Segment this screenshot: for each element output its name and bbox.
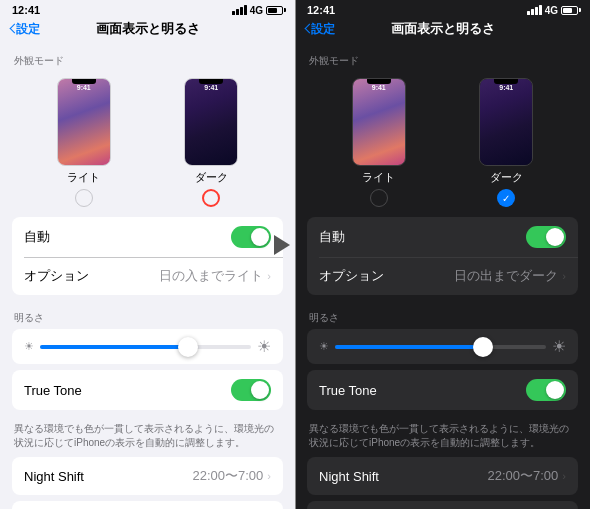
- network-right: 4G: [545, 5, 558, 16]
- battery-left: [266, 6, 283, 15]
- appearance-light-left[interactable]: 9:41 ライト: [57, 78, 111, 207]
- sun-small-icon-left: ☀: [24, 340, 34, 353]
- bar2r: [531, 9, 534, 15]
- appearance-row-left: 9:41 ライト 9:41 ダーク: [0, 72, 295, 217]
- battery-fill-right: [563, 8, 572, 13]
- auto-lock-row-right[interactable]: 自動ロック 2分 ›: [307, 501, 578, 509]
- true-tone-row-left[interactable]: True Tone: [12, 370, 283, 410]
- back-button-right[interactable]: 設定: [303, 21, 335, 38]
- appearance-label-dark-right: ダーク: [490, 170, 523, 185]
- options-value-right: 日の出までダーク: [454, 267, 558, 285]
- brightness-section-right: ☀ ☀: [307, 329, 578, 364]
- phone-thumb-light-right: 9:41: [352, 78, 406, 166]
- auto-options-section-right: 自動 オプション 日の出までダーク ›: [307, 217, 578, 295]
- true-tone-toggle-left[interactable]: [231, 379, 271, 401]
- appearance-check-dark-left[interactable]: [202, 189, 220, 207]
- night-shift-section-right: Night Shift 22:00〜7:00 ›: [307, 457, 578, 495]
- wallpaper-light-left: 9:41: [58, 79, 110, 165]
- night-shift-chevron-right: ›: [562, 470, 566, 482]
- brightness-row-left[interactable]: ☀ ☀: [12, 329, 283, 364]
- true-tone-label-right: True Tone: [319, 383, 526, 398]
- scroll-content-left: 外観モード 9:41 ライト 9:41: [0, 44, 295, 509]
- night-shift-value-left: 22:00〜7:00: [192, 467, 263, 485]
- nav-bar-left: 設定 画面表示と明るさ: [0, 18, 295, 44]
- chevron-left-icon: [8, 24, 14, 34]
- status-right-left: 4G: [232, 5, 283, 16]
- appearance-light-right[interactable]: 9:41 ライト: [352, 78, 406, 207]
- mini-status-dark-right: 9:41: [480, 84, 532, 91]
- appearance-check-dark-right[interactable]: ✓: [497, 189, 515, 207]
- brightness-thumb-right[interactable]: [473, 337, 493, 357]
- appearance-check-light-left[interactable]: [75, 189, 93, 207]
- appearance-dark-right[interactable]: 9:41 ダーク ✓: [479, 78, 533, 207]
- signal-right: [527, 5, 542, 15]
- auto-toggle-right[interactable]: [526, 226, 566, 248]
- appearance-row-right: 9:41 ライト 9:41 ダーク ✓: [295, 72, 590, 217]
- signal-left: [232, 5, 247, 15]
- back-label-left: 設定: [16, 21, 40, 38]
- auto-lock-section-right: 自動ロック 2分 › 手前に傾けてスリープ解除: [307, 501, 578, 509]
- night-shift-row-left[interactable]: Night Shift 22:00〜7:00 ›: [12, 457, 283, 495]
- appearance-label-light-left: ライト: [67, 170, 100, 185]
- bar3: [240, 7, 243, 15]
- appearance-dark-left[interactable]: 9:41 ダーク: [184, 78, 238, 207]
- page-title-left: 画面表示と明るさ: [96, 20, 200, 38]
- battery-right: [561, 6, 578, 15]
- mini-status-light-right: 9:41: [353, 84, 405, 91]
- night-shift-row-right[interactable]: Night Shift 22:00〜7:00 ›: [307, 457, 578, 495]
- brightness-header-left: 明るさ: [0, 301, 295, 329]
- sun-large-icon-left: ☀: [257, 337, 271, 356]
- auto-lock-section-left: 自動ロック 2分 › 手前に傾けてスリープ解除: [12, 501, 283, 509]
- bar4r: [539, 5, 542, 15]
- options-chevron-right: ›: [562, 270, 566, 282]
- appearance-header-left: 外観モード: [0, 44, 295, 72]
- brightness-row-right[interactable]: ☀ ☀: [307, 329, 578, 364]
- bar4: [244, 5, 247, 15]
- sun-large-icon-right: ☀: [552, 337, 566, 356]
- back-button-left[interactable]: 設定: [8, 21, 40, 38]
- true-tone-toggle-thumb-left: [251, 381, 269, 399]
- true-tone-toggle-thumb-right: [546, 381, 564, 399]
- wallpaper-dark-right: 9:41: [480, 79, 532, 165]
- mini-status-light-left: 9:41: [58, 84, 110, 91]
- status-bar-right: 12:41 4G: [295, 0, 590, 18]
- options-label-right: オプション: [319, 267, 454, 285]
- auto-toggle-thumb-left: [251, 228, 269, 246]
- brightness-fill-left: [40, 345, 188, 349]
- true-tone-row-right[interactable]: True Tone: [307, 370, 578, 410]
- brightness-header-right: 明るさ: [295, 301, 590, 329]
- bar1r: [527, 11, 530, 15]
- brightness-track-right[interactable]: [335, 345, 546, 349]
- options-row-right[interactable]: オプション 日の出までダーク ›: [307, 257, 578, 295]
- mini-status-dark-left: 9:41: [185, 84, 237, 91]
- night-shift-value-right: 22:00〜7:00: [487, 467, 558, 485]
- appearance-check-light-right[interactable]: [370, 189, 388, 207]
- true-tone-toggle-right[interactable]: [526, 379, 566, 401]
- brightness-section-left: ☀ ☀: [12, 329, 283, 364]
- status-bar-left: 12:41 4G: [0, 0, 295, 18]
- network-left: 4G: [250, 5, 263, 16]
- bar3r: [535, 7, 538, 15]
- back-label-right: 設定: [311, 21, 335, 38]
- auto-toggle-left[interactable]: [231, 226, 271, 248]
- brightness-track-left[interactable]: [40, 345, 251, 349]
- arrow-right-icon: [274, 235, 290, 255]
- auto-row-right[interactable]: 自動: [307, 217, 578, 257]
- auto-toggle-thumb-right: [546, 228, 564, 246]
- auto-row-left[interactable]: 自動: [12, 217, 283, 257]
- auto-label-left: 自動: [24, 228, 231, 246]
- auto-label-right: 自動: [319, 228, 526, 246]
- true-tone-description-left: 異なる環境でも色が一貫して表示されるように、環境光の状況に応じてiPhoneの表…: [0, 416, 295, 457]
- chevron-left-icon-right: [303, 24, 309, 34]
- night-shift-label-left: Night Shift: [24, 469, 192, 484]
- options-value-left: 日の入までライト: [159, 267, 263, 285]
- phone-thumb-dark-right: 9:41: [479, 78, 533, 166]
- options-row-left[interactable]: オプション 日の入までライト ›: [12, 257, 283, 295]
- night-shift-chevron-left: ›: [267, 470, 271, 482]
- bar1: [232, 11, 235, 15]
- time-left: 12:41: [12, 4, 40, 16]
- night-shift-section-left: Night Shift 22:00〜7:00 ›: [12, 457, 283, 495]
- right-panel: 12:41 4G 設定 画面表示と明るさ 外観モード: [295, 0, 590, 509]
- brightness-thumb-left[interactable]: [178, 337, 198, 357]
- auto-lock-row-left[interactable]: 自動ロック 2分 ›: [12, 501, 283, 509]
